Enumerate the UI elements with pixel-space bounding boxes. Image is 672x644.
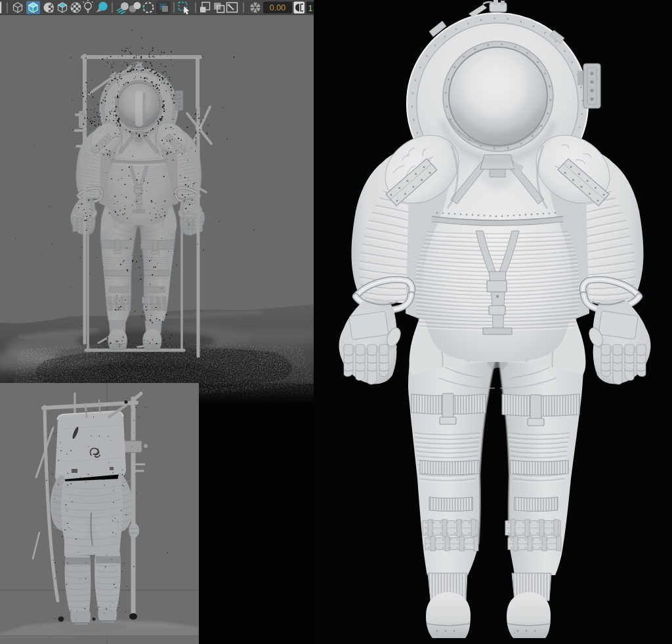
svg-text:0.00: 0.00 <box>270 3 285 12</box>
svg-text:1: 1 <box>308 4 313 13</box>
